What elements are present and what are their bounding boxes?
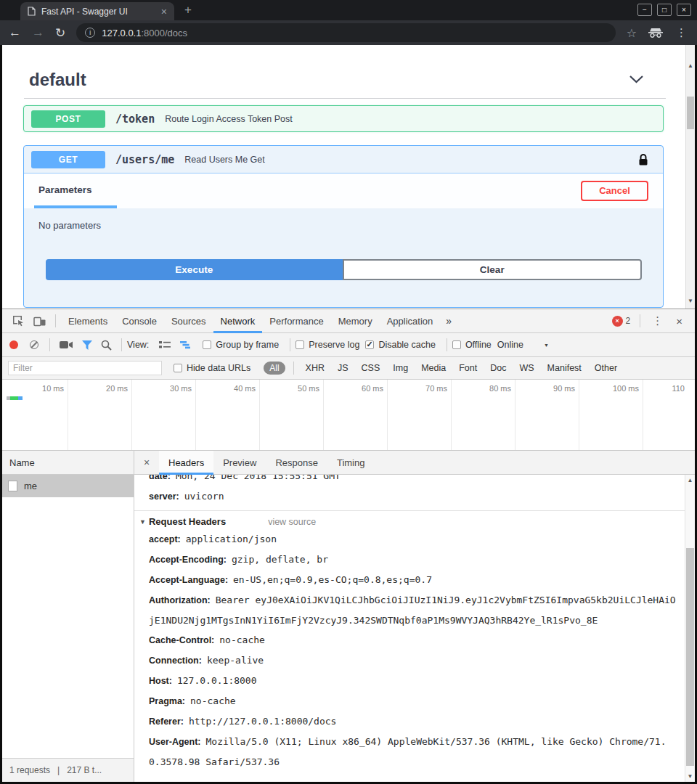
timeline-tick: 30 ms <box>132 380 196 450</box>
request-row-me[interactable]: me <box>2 475 134 497</box>
browser-menu-icon[interactable]: ⋮ <box>674 26 688 39</box>
view-source-link[interactable]: view source <box>268 517 316 527</box>
browser-tab[interactable]: Fast API - Swagger UI × <box>20 2 174 20</box>
error-badge-icon[interactable]: × <box>612 316 623 327</box>
more-tabs-icon[interactable]: » <box>440 315 457 327</box>
offline-checkbox[interactable] <box>452 340 461 349</box>
detail-close-icon[interactable]: × <box>134 451 159 474</box>
filter-type-css[interactable]: CSS <box>355 363 387 373</box>
scroll-up-icon[interactable]: ▲ <box>686 62 695 69</box>
execute-button[interactable]: Execute <box>46 259 343 280</box>
request-headers-section[interactable]: ▼ Request Headers view source <box>134 510 695 529</box>
filter-type-all[interactable]: All <box>264 362 285 375</box>
browser-window: Fast API - Swagger UI × + − □ × ← → ↻ i … <box>0 0 697 784</box>
lock-icon[interactable] <box>638 153 648 166</box>
response-header-row: server:uvicorn <box>134 486 695 507</box>
scroll-up-icon[interactable]: ▲ <box>685 477 695 483</box>
screenshot-camera-icon[interactable] <box>55 340 78 349</box>
disable-cache-checkbox[interactable] <box>365 340 374 349</box>
endpoint-get-users-me: GET /users/me Read Users Me Get Paramete… <box>23 145 664 308</box>
overview-view-icon[interactable] <box>175 340 195 349</box>
throttling-select[interactable]: Online <box>497 340 523 350</box>
tab-memory[interactable]: Memory <box>331 309 380 332</box>
preserve-log-checkbox[interactable] <box>295 340 304 349</box>
request-rows-view-icon[interactable] <box>155 340 175 349</box>
tab-sources[interactable]: Sources <box>164 309 213 332</box>
back-icon[interactable]: ← <box>9 25 21 40</box>
forward-icon[interactable]: → <box>32 25 44 40</box>
endpoint-post-token[interactable]: POST /token Route Login Access Token Pos… <box>23 105 664 132</box>
tab-title: Fast API - Swagger UI <box>41 7 155 17</box>
tab-elements[interactable]: Elements <box>61 309 115 332</box>
request-header-row: Authorization:Bearer eyJ0eXAiOiJKV1QiLCJ… <box>134 590 695 630</box>
close-button[interactable]: × <box>677 4 691 16</box>
hide-data-urls-checkbox[interactable] <box>174 364 182 372</box>
device-toolbar-icon[interactable] <box>29 316 50 327</box>
filter-type-xhr[interactable]: XHR <box>299 363 331 373</box>
reload-icon[interactable]: ↻ <box>55 25 65 41</box>
filter-input[interactable] <box>8 361 162 375</box>
address-bar[interactable]: i 127.0.0.1:8000/docs <box>76 23 615 42</box>
filter-type-other[interactable]: Other <box>588 363 624 373</box>
search-icon[interactable] <box>97 340 116 351</box>
titlebar: Fast API - Swagger UI × + − □ × <box>0 0 697 20</box>
request-header-row: Accept-Encoding:gzip, deflate, br <box>134 550 695 570</box>
tab-network[interactable]: Network <box>213 309 263 332</box>
page-scrollbar[interactable]: ▲ ▼ <box>685 45 695 309</box>
filter-type-font[interactable]: Font <box>452 363 484 373</box>
scroll-down-icon[interactable]: ▼ <box>685 773 695 780</box>
record-icon[interactable] <box>9 340 18 349</box>
site-info-icon[interactable]: i <box>85 28 95 38</box>
tab-close-icon[interactable]: × <box>161 7 167 16</box>
window-controls: − □ × <box>637 4 691 16</box>
group-by-frame-checkbox[interactable] <box>203 340 211 349</box>
tab-console[interactable]: Console <box>115 309 164 332</box>
filter-type-js[interactable]: JS <box>331 363 355 373</box>
request-headers-title: Request Headers <box>149 516 226 527</box>
clear-button[interactable]: Clear <box>343 259 643 280</box>
bookmark-star-icon[interactable]: ☆ <box>627 26 637 40</box>
dropdown-caret-icon[interactable]: ▼ <box>544 343 549 348</box>
new-tab-button[interactable]: + <box>184 3 192 17</box>
tab-headers[interactable]: Headers <box>159 451 213 474</box>
filter-funnel-icon[interactable] <box>78 340 97 350</box>
inspect-element-icon[interactable] <box>8 315 29 327</box>
cancel-button[interactable]: Cancel <box>581 181 648 201</box>
tab-timing[interactable]: Timing <box>327 451 375 474</box>
name-column-header[interactable]: Name <box>2 451 134 475</box>
filter-type-doc[interactable]: Doc <box>484 363 513 373</box>
page-icon <box>28 7 36 16</box>
tab-application[interactable]: Application <box>380 309 441 332</box>
endpoint-header[interactable]: GET /users/me Read Users Me Get <box>24 146 663 173</box>
filter-type-media[interactable]: Media <box>415 363 452 373</box>
disable-cache-label: Disable cache <box>378 340 436 350</box>
scrollbar-thumb[interactable] <box>686 548 694 766</box>
tab-response[interactable]: Response <box>266 451 327 474</box>
request-header-row: accept:application/json <box>134 529 695 550</box>
parameters-bar: Parameters Cancel <box>24 173 663 208</box>
timeline-tick: 110 <box>643 380 695 450</box>
minimize-button[interactable]: − <box>637 4 652 16</box>
tab-performance[interactable]: Performance <box>262 309 330 332</box>
chevron-down-icon[interactable] <box>629 75 644 83</box>
maximize-button[interactable]: □ <box>657 4 672 16</box>
detail-scrollbar[interactable]: ▲ ▼ <box>685 475 695 782</box>
clear-requests-icon[interactable] <box>30 340 38 349</box>
scroll-down-icon[interactable]: ▼ <box>686 298 695 304</box>
filter-type-ws[interactable]: WS <box>513 363 540 373</box>
disclosure-triangle-icon[interactable]: ▼ <box>139 518 146 526</box>
section-divider <box>24 98 666 99</box>
tab-preview[interactable]: Preview <box>213 451 266 474</box>
section-title: default <box>29 70 666 90</box>
offline-label: Offline <box>465 340 492 350</box>
network-overview-timeline[interactable]: 10 ms 20 ms 30 ms 40 ms 50 ms 60 ms 70 m… <box>2 380 695 451</box>
filter-type-manifest[interactable]: Manifest <box>541 363 588 373</box>
filter-type-img[interactable]: Img <box>386 363 415 373</box>
devtools-close-icon[interactable]: × <box>669 315 689 327</box>
status-separator: | <box>57 765 60 775</box>
request-header-row: Host:127.0.0.1:8000 <box>134 671 695 691</box>
request-header-row: Cache-Control:no-cache <box>134 630 695 650</box>
scrollbar-thumb[interactable] <box>687 97 694 129</box>
tab-parameters[interactable]: Parameters <box>34 173 117 208</box>
devtools-menu-icon[interactable]: ⋮ <box>645 314 669 327</box>
